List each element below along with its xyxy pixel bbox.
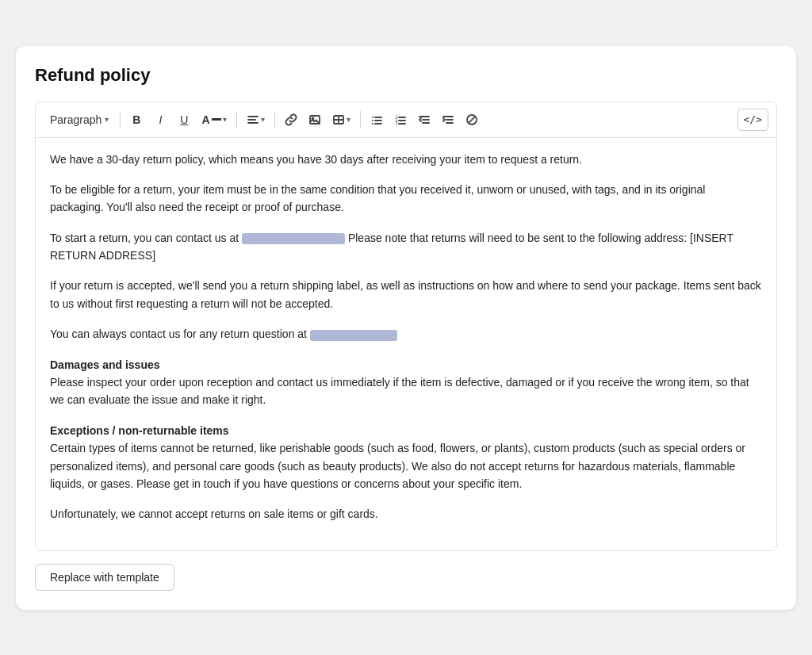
- damages-text: Please inspect your order upon reception…: [50, 376, 749, 406]
- paragraph-3-pre: To start a return, you can contact us at: [50, 232, 239, 244]
- text-color-chevron-icon: ▾: [223, 115, 227, 124]
- no-format-icon: [465, 113, 478, 126]
- replace-with-template-button[interactable]: Replace with template: [35, 564, 174, 591]
- toolbar-divider-3: [274, 111, 275, 128]
- image-button[interactable]: [304, 109, 326, 131]
- ordered-list-icon: 1. 2. 3.: [394, 113, 407, 126]
- paragraph-5-pre: You can always contact us for any return…: [50, 328, 307, 340]
- ordered-list-button[interactable]: 1. 2. 3.: [389, 109, 412, 131]
- color-underline: [212, 118, 221, 121]
- svg-line-27: [469, 117, 473, 121]
- align-button[interactable]: ▾: [242, 109, 270, 131]
- svg-point-8: [372, 117, 373, 118]
- blurred-email-2: [310, 330, 397, 341]
- editor-body[interactable]: We have a 30-day return policy, which me…: [36, 138, 776, 550]
- toolbar-divider-1: [120, 111, 121, 128]
- text-color-icon: A: [201, 113, 209, 126]
- page-title: Refund policy: [35, 65, 777, 86]
- bold-button[interactable]: B: [125, 109, 147, 131]
- paragraph-4: If your return is accepted, we'll send y…: [50, 277, 762, 312]
- italic-button[interactable]: I: [149, 109, 171, 131]
- table-chevron-icon: ▾: [347, 115, 350, 124]
- svg-text:3.: 3.: [395, 121, 398, 125]
- exceptions-heading: Exceptions / non-returnable items: [50, 424, 229, 437]
- card-footer: Replace with template: [35, 564, 777, 591]
- underline-button[interactable]: U: [173, 109, 195, 131]
- table-button[interactable]: ▾: [327, 109, 355, 131]
- paragraph-style-select[interactable]: Paragraph ▾: [44, 109, 115, 131]
- no-format-button[interactable]: [461, 109, 483, 131]
- bullet-list-icon: [370, 113, 383, 126]
- code-view-button[interactable]: </>: [737, 109, 768, 131]
- editor-toolbar: Paragraph ▾ B I U A ▾ ▾: [36, 102, 776, 138]
- code-view-label: </>: [744, 113, 762, 125]
- link-button[interactable]: [280, 109, 302, 131]
- policy-card: Refund policy Paragraph ▾ B I U A ▾: [16, 46, 796, 610]
- image-icon: [308, 113, 321, 126]
- indent-decrease-icon: [418, 113, 431, 126]
- svg-point-12: [372, 123, 373, 124]
- align-chevron-icon: ▾: [261, 115, 265, 124]
- chevron-down-icon: ▾: [105, 115, 109, 124]
- paragraph-style-label: Paragraph: [50, 113, 102, 126]
- sale-items-paragraph: Unfortunately, we cannot accept returns …: [50, 505, 762, 523]
- indent-decrease-button[interactable]: [413, 109, 435, 131]
- exceptions-text: Certain types of items cannot be returne…: [50, 442, 745, 490]
- text-color-button[interactable]: A ▾: [197, 109, 231, 131]
- damages-heading: Damages and issues: [50, 358, 160, 371]
- rich-text-editor: Paragraph ▾ B I U A ▾ ▾: [35, 102, 777, 551]
- svg-point-10: [372, 120, 373, 121]
- exceptions-section: Exceptions / non-returnable items Certai…: [50, 422, 762, 493]
- paragraph-2: To be eligible for a return, your item m…: [50, 181, 762, 216]
- link-icon: [285, 113, 297, 126]
- toolbar-divider-2: [236, 111, 237, 128]
- paragraph-3: To start a return, you can contact us at…: [50, 229, 762, 265]
- bullet-list-button[interactable]: [366, 109, 388, 131]
- paragraph-1: We have a 30-day return policy, which me…: [50, 151, 762, 168]
- paragraph-5: You can always contact us for any return…: [50, 325, 762, 343]
- align-icon: [247, 113, 259, 126]
- toolbar-divider-4: [360, 111, 361, 128]
- indent-increase-button[interactable]: [437, 109, 459, 131]
- table-icon: [332, 113, 345, 126]
- indent-increase-icon: [442, 113, 454, 126]
- blurred-email-1: [242, 233, 345, 244]
- damages-section: Damages and issues Please inspect your o…: [50, 356, 762, 409]
